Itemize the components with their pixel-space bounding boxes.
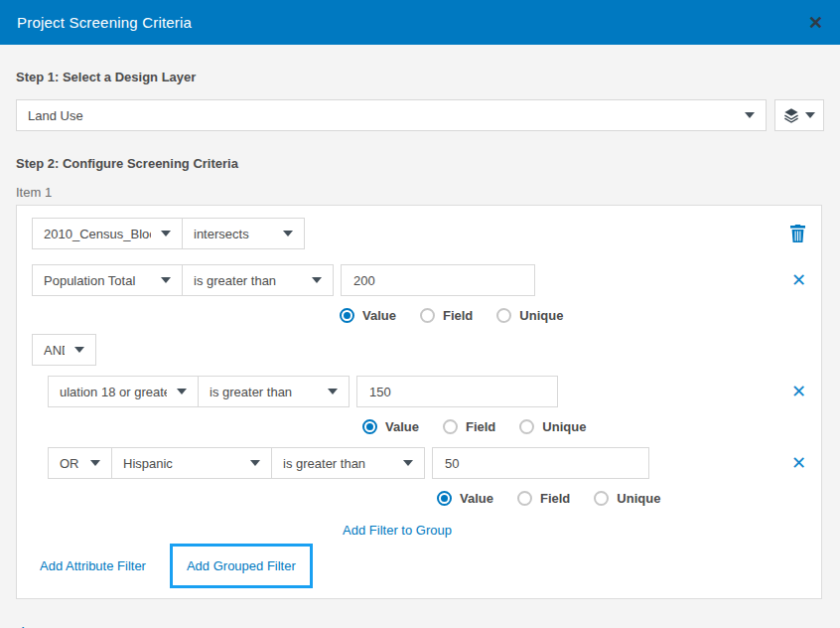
radio-value-label: Value	[385, 419, 419, 434]
trash-icon	[789, 225, 806, 243]
radio-unique[interactable]: Unique	[519, 419, 586, 434]
filter1-mode-radios: Value Field Unique	[340, 308, 806, 323]
radio-unique-label: Unique	[542, 419, 586, 434]
radio-unique[interactable]: Unique	[496, 308, 563, 323]
gfilter1-field-value: ulation 18 or greater	[60, 385, 167, 399]
filter1-operator-select[interactable]: is greater than	[183, 264, 334, 296]
dialog-title: Project Screening Criteria	[17, 14, 192, 31]
delete-item-button[interactable]	[789, 225, 806, 243]
group-logic-value: AND	[44, 343, 65, 358]
radio-unselected-icon	[420, 308, 435, 323]
gfilter1-operator-select[interactable]: is greater than	[199, 376, 350, 407]
add-item-button[interactable]: + Add Item	[17, 623, 824, 628]
radio-unselected-icon	[519, 419, 534, 434]
group-filter-row-1: ulation 18 or greater is greater than ✕	[48, 376, 806, 407]
filter1-field-value: Population Total	[44, 273, 151, 288]
radio-value-label: Value	[460, 491, 493, 506]
gfilter1-mode-radios: Value Field Unique	[362, 419, 806, 434]
gfilter2-logic-select[interactable]: OR	[48, 447, 112, 479]
chevron-down-icon	[283, 231, 293, 236]
item-label: Item 1	[16, 185, 824, 200]
chevron-down-icon	[403, 460, 413, 466]
step2-heading: Step 2: Configure Screening Criteria	[16, 156, 824, 171]
radio-unique[interactable]: Unique	[594, 491, 660, 506]
gfilter1-operator-value: is greater than	[210, 385, 318, 399]
chevron-down-icon	[161, 231, 171, 236]
gfilter2-field-select[interactable]: Hispanic	[112, 447, 272, 479]
radio-unique-label: Unique	[519, 308, 563, 323]
plus-icon: +	[17, 623, 29, 628]
remove-gfilter2-icon[interactable]: ✕	[791, 454, 806, 472]
design-layer-value: Land Use	[28, 108, 735, 123]
radio-unselected-icon	[517, 491, 532, 506]
gfilter2-mode-radios: Value Field Unique	[437, 491, 806, 506]
filter1-field-select[interactable]: Population Total	[32, 264, 183, 296]
gfilter2-operator-value: is greater than	[283, 456, 393, 471]
chevron-down-icon	[177, 389, 187, 394]
radio-unselected-icon	[496, 308, 511, 323]
design-layer-select[interactable]: Land Use	[16, 99, 767, 131]
panel-links-row: Add Attribute Filter Add Grouped Filter	[40, 544, 806, 588]
radio-unselected-icon	[594, 491, 609, 506]
spatial-relation-select[interactable]: intersects	[183, 218, 305, 249]
spatial-relation-value: intersects	[194, 227, 273, 241]
filter-row-1: Population Total is greater than ✕	[32, 264, 806, 296]
radio-selected-icon	[437, 491, 452, 506]
chevron-down-icon	[250, 460, 260, 466]
close-icon[interactable]: ✕	[808, 14, 823, 32]
chevron-down-icon	[328, 389, 338, 394]
filter1-operator-value: is greater than	[194, 273, 302, 288]
dialog-header: Project Screening Criteria ✕	[0, 0, 840, 45]
gfilter2-value-input[interactable]	[432, 447, 649, 479]
radio-value[interactable]: Value	[362, 419, 419, 434]
radio-value-label: Value	[362, 308, 396, 323]
chevron-down-icon	[312, 277, 322, 283]
design-layer-row: Land Use	[16, 99, 824, 131]
add-attribute-filter-link[interactable]: Add Attribute Filter	[40, 558, 146, 573]
gfilter2-field-value: Hispanic	[123, 456, 240, 471]
gfilter2-operator-select[interactable]: is greater than	[272, 447, 425, 479]
radio-selected-icon	[362, 419, 377, 434]
add-item-label: Add Item	[36, 625, 87, 628]
radio-field-label: Field	[540, 491, 570, 506]
radio-unselected-icon	[443, 419, 458, 434]
radio-field-label: Field	[466, 419, 495, 434]
radio-value[interactable]: Value	[437, 491, 493, 506]
remove-gfilter1-icon[interactable]: ✕	[791, 383, 806, 400]
item-panel: 2010_Census_Blocks intersects	[16, 205, 822, 599]
layer-list-button[interactable]	[774, 99, 824, 131]
radio-field-label: Field	[443, 308, 473, 323]
criteria-layer-select[interactable]: 2010_Census_Blocks	[32, 218, 183, 249]
radio-unique-label: Unique	[617, 491, 660, 506]
remove-filter1-icon[interactable]: ✕	[791, 271, 806, 289]
gfilter1-field-select[interactable]: ulation 18 or greater	[48, 376, 199, 407]
group-logic-select[interactable]: AND	[32, 334, 96, 366]
layer-relation-row: 2010_Census_Blocks intersects	[32, 218, 806, 249]
group-filter-row-2: OR Hispanic is greater than ✕	[48, 447, 806, 479]
radio-selected-icon	[340, 308, 354, 323]
radio-field[interactable]: Field	[443, 419, 495, 434]
add-grouped-filter-link[interactable]: Add Grouped Filter	[187, 558, 296, 573]
chevron-down-icon	[90, 460, 100, 466]
grouped-filters: ulation 18 or greater is greater than ✕ …	[48, 376, 806, 538]
radio-field[interactable]: Field	[517, 491, 570, 506]
add-filter-to-group-row: Add Filter to Group	[48, 523, 747, 538]
layers-icon	[783, 107, 799, 123]
add-filter-to-group-link[interactable]: Add Filter to Group	[343, 523, 452, 538]
criteria-layer-value: 2010_Census_Blocks	[44, 227, 151, 241]
chevron-down-icon	[74, 347, 84, 353]
group-logic-row: AND	[32, 334, 806, 366]
filter1-value-input[interactable]	[341, 264, 535, 296]
radio-field[interactable]: Field	[420, 308, 473, 323]
gfilter2-logic-value: OR	[60, 456, 80, 471]
gfilter1-value-input[interactable]	[356, 376, 558, 407]
chevron-down-icon	[745, 112, 755, 118]
step1-heading: Step 1: Select a Design Layer	[16, 70, 824, 84]
chevron-down-icon	[161, 277, 171, 283]
focus-outline: Add Grouped Filter	[170, 544, 313, 588]
chevron-down-icon	[805, 112, 815, 118]
radio-value[interactable]: Value	[340, 308, 396, 323]
